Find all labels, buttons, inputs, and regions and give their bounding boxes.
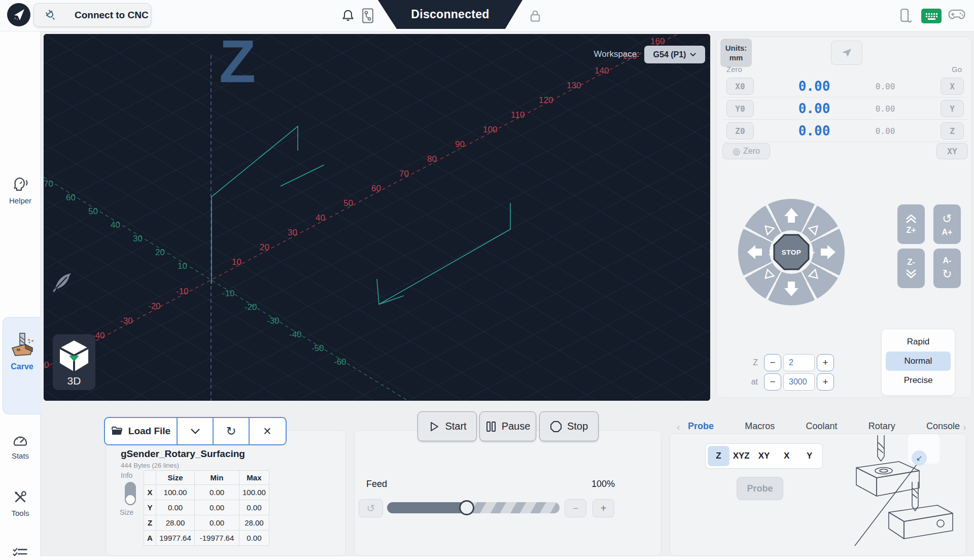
- toggle-knob: [126, 495, 135, 504]
- undo-icon: ↺: [367, 502, 375, 514]
- zero-all-button[interactable]: ◎ Zero: [722, 143, 770, 159]
- sidebar-item-stats[interactable]: Stats: [0, 432, 41, 460]
- app-logo[interactable]: [7, 3, 30, 26]
- notifications-bell-icon[interactable]: [341, 8, 355, 23]
- feed-reset-button[interactable]: ↺: [359, 499, 383, 517]
- axis-tick-label: 60: [371, 184, 381, 194]
- reload-file-button[interactable]: ↻: [213, 418, 249, 444]
- tabs-scroll-left-icon[interactable]: ‹: [677, 422, 680, 433]
- stop-label: Stop: [567, 421, 588, 432]
- start-job-button[interactable]: Start: [418, 411, 477, 441]
- feed-slider-stripes: [468, 502, 560, 513]
- workspace-dropdown[interactable]: G54 (P1): [644, 46, 705, 63]
- feed-plus-button[interactable]: +: [593, 499, 614, 517]
- feed-minus-button[interactable]: −: [565, 499, 586, 517]
- z-position-value: 0.00: [781, 123, 847, 138]
- loaded-file-name: gSender_Rotary_Surfacing: [121, 448, 245, 460]
- lightweight-feather-icon[interactable]: [51, 270, 74, 294]
- go-xy-button[interactable]: XY: [936, 143, 968, 159]
- preset-precise[interactable]: Precise: [886, 371, 951, 390]
- table-row-x: X 100.00 0.00 100.00: [144, 485, 269, 500]
- units-badge: Units: mm: [720, 39, 752, 67]
- stop-octagon-icon: [550, 421, 562, 433]
- zero-z-button[interactable]: Z0: [726, 122, 754, 139]
- close-file-button[interactable]: ×: [249, 418, 285, 444]
- info-size-toggle[interactable]: [125, 482, 136, 505]
- col-min: Min: [195, 471, 239, 485]
- connect-button-label: Connect to CNC: [75, 10, 149, 21]
- job-control-card: [354, 430, 662, 556]
- axis-tick-label: -10: [222, 289, 235, 299]
- x-position-value: 0.00: [781, 79, 847, 94]
- feed-percentage: 100%: [587, 479, 615, 489]
- probe-button[interactable]: Probe: [737, 477, 783, 500]
- axis-tick-label: 130: [567, 81, 581, 91]
- refresh-icon: ↻: [226, 424, 236, 438]
- gamepad-icon[interactable]: [948, 8, 966, 22]
- jog-a-minus-button[interactable]: A- ↻: [933, 249, 961, 288]
- table-header-row: Size Min Max: [144, 471, 269, 485]
- start-label: Start: [445, 421, 466, 432]
- jog-a-plus-button[interactable]: ↺ A+: [933, 204, 961, 244]
- at-speed-input[interactable]: [783, 373, 815, 391]
- load-file-button-group: Load File ↻ ×: [104, 417, 287, 445]
- probe-axis-y[interactable]: Y: [798, 446, 820, 466]
- helper-icon: [12, 176, 29, 192]
- axis-tick-label: 120: [539, 95, 553, 106]
- go-x-button[interactable]: X: [941, 78, 964, 95]
- goto-location-button[interactable]: [831, 41, 862, 65]
- rotate-cw-icon: ↻: [942, 267, 952, 281]
- jog-stop-button[interactable]: STOP: [771, 232, 812, 272]
- double-chevron-up-icon: [905, 214, 918, 224]
- connect-to-cnc-button[interactable]: Connect to CNC: [33, 3, 151, 27]
- preset-rapid[interactable]: Rapid: [886, 332, 951, 352]
- z-step-minus-button[interactable]: −: [764, 354, 781, 371]
- arrow-down-left-icon: ↙: [916, 453, 923, 463]
- tabs-scroll-right-icon[interactable]: ›: [963, 422, 966, 433]
- go-column-header: Go: [952, 65, 962, 74]
- axis-tick-label: 50: [343, 198, 353, 208]
- collapse-panel-button[interactable]: ↙: [912, 450, 927, 466]
- at-speed-plus-button[interactable]: +: [817, 373, 834, 391]
- sidebar-item-carve[interactable]: Carve: [3, 317, 41, 414]
- stop-job-button[interactable]: Stop: [539, 411, 599, 441]
- probe-axis-xy[interactable]: XY: [753, 446, 775, 466]
- units-label: Units:: [720, 43, 752, 53]
- gcode-visualizer[interactable]: -70-60-50-40-30-20-101020304050607080901…: [44, 34, 710, 401]
- pause-job-button[interactable]: Pause: [479, 411, 536, 441]
- z-step-plus-button[interactable]: +: [817, 354, 834, 371]
- gsender-app: Connect to CNC Disconnected: [0, 0, 974, 560]
- probe-axis-z[interactable]: Z: [708, 446, 729, 466]
- sidebar-item-tools[interactable]: Tools: [0, 489, 41, 517]
- lock-icon[interactable]: [528, 8, 543, 24]
- zero-y-button[interactable]: Y0: [726, 100, 754, 117]
- preset-normal[interactable]: Normal: [886, 352, 951, 371]
- remote-phone-icon[interactable]: [898, 8, 913, 25]
- sidebar-item-label: Helper: [0, 196, 41, 205]
- axis-tick-label: 70: [44, 179, 53, 189]
- y-machine-value: 0.00: [862, 104, 908, 114]
- go-y-button[interactable]: Y: [941, 100, 964, 117]
- axis-tick-label: 10: [178, 261, 187, 271]
- keyboard-shortcuts-icon[interactable]: [921, 9, 942, 23]
- zero-x-button[interactable]: X0: [726, 78, 754, 95]
- probe-axis-x[interactable]: X: [776, 446, 797, 466]
- axis-tick-label: -60: [334, 357, 346, 367]
- go-z-button[interactable]: Z: [941, 122, 964, 139]
- jog-z-minus-button[interactable]: Z-: [897, 249, 925, 288]
- feed-slider-knob[interactable]: [459, 500, 474, 515]
- sidebar-item-label: Tools: [0, 509, 41, 517]
- view-cube-widget[interactable]: 3D: [53, 334, 95, 390]
- load-file-button[interactable]: Load File: [105, 418, 177, 444]
- sidebar-item-helper[interactable]: Helper: [0, 176, 41, 205]
- probe-axis-xyz[interactable]: XYZ: [730, 446, 752, 466]
- z-step-input[interactable]: [783, 354, 815, 371]
- dro-row-z: Z0 0.00 0.00 Z: [722, 120, 968, 142]
- workspace-label: Workspace:: [594, 49, 639, 59]
- jog-z-plus-button[interactable]: Z+: [897, 204, 925, 244]
- load-file-dropdown-button[interactable]: [177, 418, 213, 444]
- table-row-z: Z 28.00 0.00 28.00: [144, 515, 269, 531]
- at-speed-minus-button[interactable]: −: [764, 373, 781, 391]
- a-plus-label: A+: [942, 228, 953, 237]
- job-file-icon[interactable]: [360, 8, 375, 24]
